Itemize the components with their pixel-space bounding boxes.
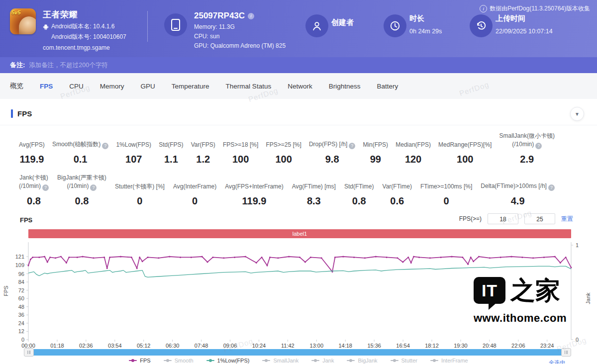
svg-text:10:24: 10:24 [252,343,266,349]
tab-fps[interactable]: FPS [40,83,53,90]
stat-label: Avg(FPS) [19,141,45,149]
legend-item-smalljank[interactable]: SmallJank [262,358,298,364]
stat-r1-3: Std(FPS)1.1 [159,141,183,165]
svg-text:18:12: 18:12 [425,343,439,349]
scrollbar-left-handle[interactable] [24,348,34,357]
note-input[interactable]: 备注: 添加备注，不超过200个字符 [0,57,597,73]
scrollbar-right-handle[interactable] [561,348,571,357]
svg-text:11:42: 11:42 [281,343,295,349]
help-icon[interactable]: ? [535,143,542,149]
stat-value: 0.8 [19,195,49,207]
legend-item-bigjank[interactable]: BigJank [347,358,377,364]
stat-r1-2: 1%Low(FPS)107 [116,141,151,165]
legend-label: InterFrame [441,358,468,364]
legend-item-fps[interactable]: FPS [129,358,150,364]
tab-brightness[interactable]: Brightness [329,83,361,90]
svg-text:FPS: FPS [3,285,9,296]
game-app-icon-art [19,16,36,34]
svg-text:84: 84 [18,279,24,285]
stat-label: SmallJank(微小卡顿)(/10min)? [499,132,555,149]
tab-network[interactable]: Network [288,83,312,90]
stat-value: 0 [115,195,165,207]
legend-item-1-low-fps-[interactable]: 1%Low(FPS) [206,358,250,364]
stat-r2-0: Jank(卡顿)(/10min)?0.8 [19,174,49,207]
stat-label: Std(FTime) [344,182,374,191]
tab-gpu[interactable]: GPU [141,83,155,90]
device-model: 25097RP43C [194,11,245,21]
stat-r1-0: Avg(FPS)119.9 [19,141,45,165]
stat-value: 1.1 [159,154,183,165]
svg-text:72: 72 [18,287,24,293]
stat-value: 4.9 [481,195,555,207]
chart-range-scrollbar[interactable] [27,349,571,356]
section-divider [0,125,597,125]
stat-r2-1: BigJank(严重卡顿)(/10min)?0.8 [57,174,106,207]
stat-value: 119.9 [225,195,283,207]
tab-battery[interactable]: Battery [377,83,398,90]
svg-text:07:48: 07:48 [195,343,208,349]
svg-text:09:06: 09:06 [223,343,237,349]
legend-label: Jank [322,358,334,364]
stat-r1-11: SmallJank(微小卡顿)(/10min)?2.9 [499,132,555,165]
stat-r2-2: Stutter(卡顿率) [%]0 [115,182,165,207]
legend-item-smooth[interactable]: Smooth [164,358,194,364]
stat-r1-9: Median(FPS)120 [396,141,431,165]
help-icon[interactable]: ? [42,184,49,191]
tab-cpu[interactable]: CPU [69,83,84,90]
stat-label: Avg(InterFrame) [173,182,216,191]
stat-r1-1: Smooth(稳帧指数)?0.1 [52,140,108,165]
tab-temperature[interactable]: Temperature [172,83,209,90]
legend-item-jank[interactable]: Jank [311,358,334,364]
legend-label: 1%Low(FPS) [217,358,250,364]
legend-item-interframe[interactable]: InterFrame [430,358,468,364]
stat-r2-9: Delta(FTime)>100ms [/h]?4.9 [481,182,555,207]
legend-select-all[interactable]: 全选中 [549,359,565,364]
series-fps [28,257,571,272]
collapse-section-button[interactable]: ▼ [570,107,584,121]
svg-text:16:54: 16:54 [396,343,410,349]
note-placeholder: 添加备注，不超过200个字符 [29,61,107,70]
svg-text:121: 121 [15,254,24,260]
fps-threshold-input-2[interactable]: 25 [524,213,555,224]
app-package: com.tencent.tmgp.sgame [43,44,126,51]
svg-text:15:36: 15:36 [367,343,381,349]
svg-text:22:06: 22:06 [511,343,525,349]
stat-label: Jank(卡顿)(/10min)? [19,174,49,191]
svg-text:20:48: 20:48 [483,343,497,349]
report-header: i 数据由PerfDog(11.3.250764)版本收集 5v5 王者荣耀 A… [0,0,597,57]
stat-r1-4: Var(FPS)1.2 [191,141,215,165]
stat-label: FTime>=100ms [%] [420,182,472,191]
stat-r2-8: FTime>=100ms [%]0 [420,182,472,207]
legend-item-stutter[interactable]: Stutter [391,358,417,364]
app-info: 王者荣耀 Android版本名: 10.4.1.6 Android版本号: 10… [43,9,126,51]
history-icon [476,20,487,31]
ithome-watermark: IT 之家 www.ithome.com [474,277,578,325]
svg-text:48: 48 [18,304,24,310]
help-icon[interactable]: ? [548,184,555,191]
stat-r1-8: Min(FPS)99 [363,141,388,165]
creator-label: 创建者 [331,18,354,27]
tab-概览[interactable]: 概览 [10,82,23,91]
duration-icon-circle [384,14,406,37]
ithome-site-url: www.ithome.com [474,312,578,325]
game-app-icon: 5v5 [10,8,36,34]
stat-value: 1.2 [191,154,215,165]
device-info-icon[interactable]: i [248,13,254,19]
help-icon[interactable]: ? [102,143,108,149]
fps-threshold-input-1[interactable]: 18 [488,213,518,224]
stat-value: 2.9 [499,154,555,165]
stat-label: Stutter(卡顿率) [%] [115,182,165,191]
person-icon [311,20,322,31]
help-icon[interactable]: ? [90,184,97,191]
chart-region-label[interactable]: label1 [28,229,571,238]
duration-label: 时长 [409,14,442,23]
stat-label: BigJank(严重卡顿)(/10min)? [57,174,106,191]
android-version: Android版本名: 10.4.1.6 [51,22,114,31]
legend-marker [129,360,137,361]
legend-marker [262,360,270,361]
help-icon[interactable]: ? [349,143,355,149]
stat-value: 0 [173,195,216,207]
reset-link[interactable]: 重置 [561,215,573,223]
tab-thermal-status[interactable]: Thermal Status [226,83,272,90]
tab-memory[interactable]: Memory [100,83,124,90]
